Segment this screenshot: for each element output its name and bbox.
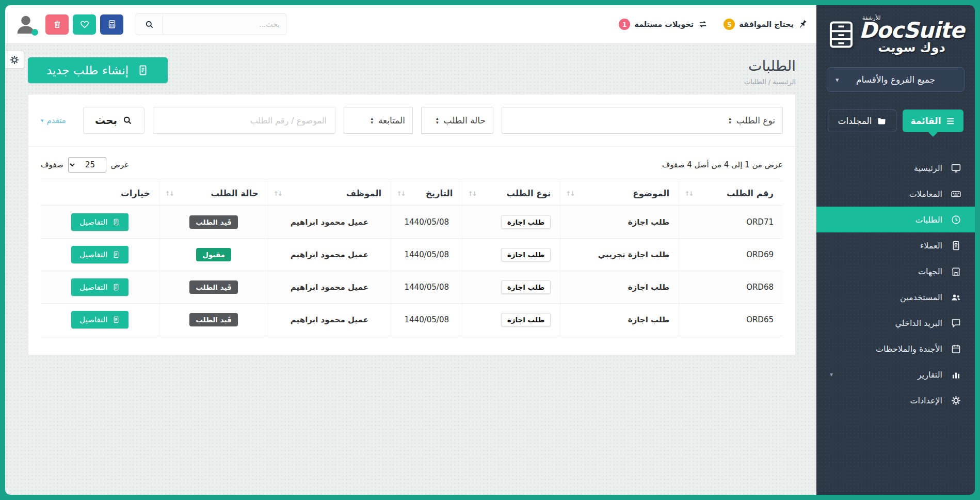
- details-button[interactable]: التفاصيل: [71, 311, 128, 329]
- branch-selector-label: جميع الفروع والأقسام: [856, 74, 935, 85]
- tab-menu[interactable]: القائمة: [903, 110, 963, 132]
- calculator-button[interactable]: [100, 14, 123, 35]
- request-type-badge: طلب اجازة: [501, 313, 551, 326]
- hamburger-icon: [945, 116, 955, 126]
- sidebar-nav: الرئيسية المعاملات الطلبات العملاء الجها…: [816, 155, 975, 413]
- monitor-icon: [950, 162, 961, 174]
- page-length-select[interactable]: 25: [68, 157, 106, 173]
- sort-icon[interactable]: ↓↑: [274, 190, 282, 197]
- settings-tab[interactable]: [5, 51, 24, 69]
- updown-icon: ▴▾: [729, 116, 731, 124]
- advanced-search-link[interactable]: متقدم ▾: [41, 116, 66, 125]
- col-type[interactable]: ↓↑نوع الطلب: [462, 181, 560, 206]
- subject: طلب اجازة تجريبي: [560, 239, 679, 271]
- notif-received-transfers[interactable]: تحويلات مستلمة 1: [619, 19, 708, 30]
- status-badge: قَيد الطلب: [189, 313, 238, 326]
- sidebar-item-requests[interactable]: الطلبات: [816, 207, 975, 232]
- search-icon: [136, 14, 163, 35]
- sidebar-item-reports[interactable]: التقارير ▾: [816, 362, 975, 387]
- id-badge-icon: [950, 240, 961, 251]
- status-badge: مقبول: [196, 248, 231, 261]
- employee: عميل محمود ابراهيم: [268, 304, 391, 336]
- chevron-down-icon: ▾: [836, 76, 839, 84]
- table-info: عرض من 1 إلى 4 من أصل 4 صفوف: [662, 160, 783, 169]
- order-id: ORD71: [679, 206, 783, 239]
- page-length-control: عرض 25 صفوف: [41, 157, 129, 173]
- employee: عميل محمود ابراهيم: [268, 271, 391, 304]
- details-button[interactable]: التفاصيل: [71, 213, 128, 231]
- order-id: ORD65: [679, 304, 783, 336]
- filter-followup[interactable]: المتابعة ▴▾: [344, 107, 413, 134]
- request-type-badge: طلب اجازة: [501, 280, 551, 294]
- notifications: يحتاج الموافقة 5 تحويلات مستلمة 1: [619, 19, 808, 30]
- app-frame: للأرشفة DocSuite دوك سويت جميع الفروع وا…: [5, 5, 975, 495]
- col-date[interactable]: ↓↑التاريخ: [391, 181, 462, 206]
- col-status[interactable]: ↓↑حالة الطلب: [159, 181, 268, 206]
- sort-icon[interactable]: ↓↑: [566, 190, 574, 197]
- sidebar-item-settings[interactable]: الإعدادات: [816, 387, 975, 413]
- chevron-down-icon: ▾: [830, 371, 833, 378]
- calculator-icon: [107, 19, 117, 29]
- create-request-button[interactable]: إنشاء طلب جديد: [28, 57, 168, 83]
- subject: طلب اجازة: [560, 304, 679, 336]
- folder-icon: [877, 116, 887, 126]
- order-id: ORD69: [679, 239, 783, 271]
- tab-folders[interactable]: المجلدات: [828, 110, 896, 132]
- col-subject[interactable]: ↓↑الموضوع: [560, 181, 679, 206]
- user-avatar[interactable]: [13, 12, 38, 37]
- search-icon: [122, 115, 133, 126]
- favorites-button[interactable]: [73, 14, 96, 35]
- subject-search-input[interactable]: [153, 107, 335, 134]
- col-order-id[interactable]: ↓↑رقم الطلب: [679, 181, 783, 206]
- filter-row: نوع الطلب ▴▾ حالة الطلب ▴▾ المتابعة ▴▾: [41, 107, 783, 134]
- global-search-input[interactable]: [163, 14, 286, 35]
- sidebar-item-users[interactable]: المستخدمين: [816, 284, 975, 310]
- transfer-icon: [698, 19, 708, 29]
- notif-label: يحتاج الموافقة: [739, 20, 794, 28]
- clock-icon: [950, 214, 961, 225]
- title-block: الطلبات الرئيسية / الطلبات: [744, 57, 796, 86]
- details-button[interactable]: التفاصيل: [71, 278, 128, 296]
- trash-icon: [52, 19, 62, 29]
- gear-icon: [9, 55, 20, 65]
- cabinet-icon: [827, 20, 855, 50]
- sidebar-item-internal-mail[interactable]: البريد الداخلي: [816, 310, 975, 336]
- sort-icon[interactable]: ↓↑: [468, 190, 476, 197]
- date: 1440/05/08: [391, 206, 462, 239]
- divider: [28, 146, 795, 147]
- sort-icon[interactable]: ↓↑: [165, 190, 173, 197]
- updown-icon: ▴▾: [371, 116, 373, 124]
- employee: عميل محمود ابراهيم: [268, 206, 391, 239]
- sidebar-item-transactions[interactable]: المعاملات: [816, 181, 975, 207]
- online-status-dot: [31, 29, 38, 36]
- sidebar-item-entities[interactable]: الجهات: [816, 258, 975, 284]
- page-content: الطلبات الرئيسية / الطلبات إنشاء طلب جدي…: [5, 44, 816, 495]
- chevron-down-icon: ▾: [41, 117, 44, 124]
- employee: عميل محمود ابراهيم: [268, 239, 391, 271]
- sidebar-item-home[interactable]: الرئيسية: [816, 155, 975, 181]
- details-button[interactable]: التفاصيل: [71, 246, 128, 263]
- page-title: الطلبات: [744, 57, 796, 74]
- branch-selector[interactable]: جميع الفروع والأقسام ▾: [827, 67, 965, 92]
- date: 1440/05/08: [391, 271, 462, 304]
- table-row: ORD65 طلب اجازة طلب اجازة 1440/05/08 عمي…: [41, 304, 783, 336]
- sort-icon[interactable]: ↓↑: [396, 190, 405, 197]
- date: 1440/05/08: [391, 239, 462, 271]
- sidebar-item-agenda-notes[interactable]: الأجندة والملاحظات: [816, 336, 975, 362]
- subject: طلب اجازة: [560, 271, 679, 304]
- trash-button[interactable]: [45, 14, 69, 35]
- request-type-badge: طلب اجازة: [501, 248, 551, 261]
- transfers-count-badge: 1: [619, 19, 630, 30]
- status-badge: قَيد الطلب: [189, 215, 238, 229]
- col-employee[interactable]: ↓↑الموظف: [268, 181, 391, 206]
- filter-request-status[interactable]: حالة الطلب ▴▾: [421, 107, 493, 134]
- notif-needs-approval[interactable]: يحتاج الموافقة 5: [724, 19, 808, 30]
- search-button[interactable]: بحث: [83, 107, 144, 134]
- sort-icon[interactable]: ↓↑: [684, 190, 693, 197]
- table-row: ORD68 طلب اجازة طلب اجازة 1440/05/08 عمي…: [41, 271, 783, 304]
- filter-request-type[interactable]: نوع الطلب ▴▾: [502, 107, 783, 134]
- docsuite-logo: للأرشفة DocSuite دوك سويت: [816, 5, 975, 60]
- document-icon: [112, 218, 120, 226]
- page-header: الطلبات الرئيسية / الطلبات إنشاء طلب جدي…: [28, 57, 796, 86]
- sidebar-item-clients[interactable]: العملاء: [816, 232, 975, 258]
